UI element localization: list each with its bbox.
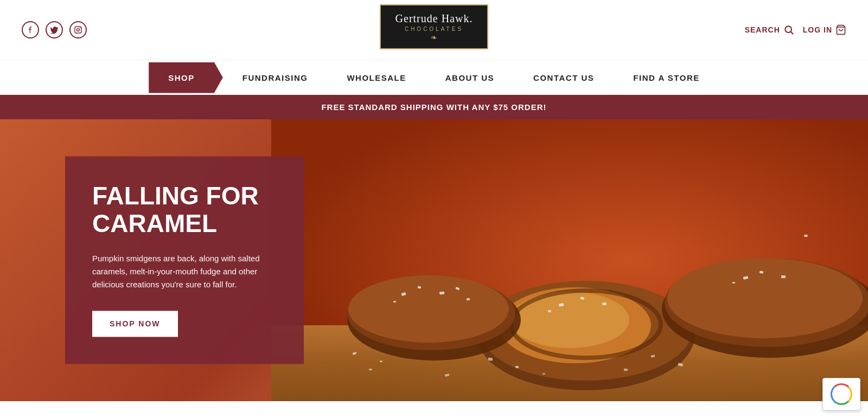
svg-rect-32 (804, 235, 807, 237)
instagram-icon[interactable] (69, 21, 87, 38)
site-header: Gertrude Hawk. CHOCOLATES ❧ SEARCH LOG I… (0, 0, 868, 60)
svg-line-4 (791, 32, 794, 35)
promo-banner: FREE STANDARD SHIPPING WITH ANY $75 ORDE… (0, 95, 868, 119)
svg-rect-33 (732, 282, 735, 284)
nav-item-contact[interactable]: CONTACT US (514, 62, 614, 93)
cart-icon (835, 24, 846, 35)
svg-point-28 (667, 258, 863, 338)
svg-rect-31 (781, 275, 786, 278)
hero-content: FALLING FOR CARAMEL Pumpkin smidgens are… (65, 156, 304, 364)
svg-rect-37 (548, 310, 551, 312)
recaptcha-badge (822, 378, 860, 401)
svg-point-2 (80, 28, 81, 29)
social-icons (22, 21, 87, 38)
nav-item-find-store[interactable]: FIND A STORE (614, 62, 719, 93)
header-actions: SEARCH LOG IN (745, 24, 846, 35)
svg-rect-0 (75, 27, 81, 33)
nav-item-about[interactable]: ABOUT US (426, 62, 514, 93)
search-icon (783, 24, 794, 35)
svg-point-15 (510, 292, 629, 348)
svg-rect-25 (467, 298, 470, 301)
hero-title-line1: FALLING FOR (92, 182, 259, 210)
svg-rect-41 (515, 366, 519, 368)
twitter-icon[interactable] (46, 21, 63, 38)
hero-description: Pumpkin smidgens are back, along with sa… (92, 253, 277, 292)
logo-text-line1: Gertrude Hawk. (394, 12, 474, 25)
recaptcha-icon (831, 383, 852, 401)
hero-image (271, 119, 868, 401)
svg-point-3 (785, 26, 792, 33)
svg-rect-22 (439, 292, 444, 295)
svg-rect-39 (380, 361, 382, 362)
nav-item-wholesale[interactable]: WHOLESALE (327, 62, 425, 93)
hero-card: FALLING FOR CARAMEL Pumpkin smidgens are… (65, 156, 304, 364)
hero-title: FALLING FOR CARAMEL (92, 182, 277, 237)
svg-point-19 (348, 275, 509, 343)
facebook-icon[interactable] (22, 21, 39, 38)
svg-rect-24 (393, 301, 396, 303)
login-label: LOG IN (803, 25, 832, 34)
logo-text-line2: CHOCOLATES (394, 26, 474, 32)
svg-rect-46 (542, 373, 545, 375)
promo-text: FREE STANDARD SHIPPING WITH ANY $75 ORDE… (321, 102, 546, 112)
site-logo[interactable]: Gertrude Hawk. CHOCOLATES ❧ (380, 4, 488, 49)
main-nav: SHOP FUNDRAISING WHOLESALE ABOUT US CONT… (0, 60, 868, 95)
svg-rect-44 (369, 369, 372, 370)
nav-item-fundraising[interactable]: FUNDRAISING (223, 62, 328, 93)
svg-rect-36 (602, 303, 607, 306)
search-label: SEARCH (745, 25, 780, 34)
nav-item-shop[interactable]: SHOP (149, 62, 223, 93)
svg-point-1 (77, 29, 80, 31)
svg-rect-47 (624, 369, 628, 371)
hero-section: FALLING FOR CARAMEL Pumpkin smidgens are… (0, 119, 868, 401)
logo-decoration: ❧ (394, 33, 474, 42)
hero-title-line2: CARAMEL (92, 209, 217, 237)
search-link[interactable]: SEARCH (745, 24, 794, 35)
shop-now-button[interactable]: SHOP NOW (92, 311, 178, 337)
login-link[interactable]: LOG IN (803, 24, 846, 35)
